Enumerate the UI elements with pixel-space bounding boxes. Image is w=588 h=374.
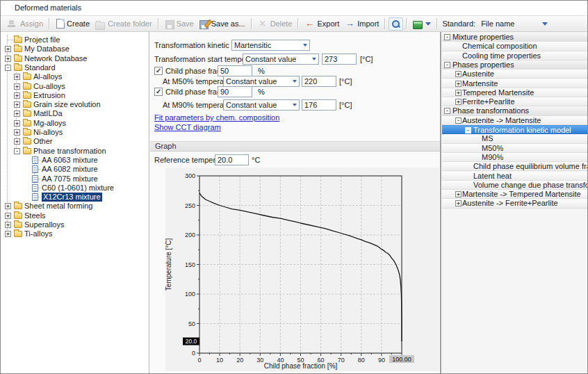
tree-item-network-database[interactable]: +Network Database: [1, 54, 149, 63]
expand-icon[interactable]: +: [455, 71, 462, 77]
collapse-icon[interactable]: -: [455, 117, 462, 124]
expand-icon[interactable]: +: [455, 99, 462, 105]
expand-icon[interactable]: +: [455, 191, 462, 197]
kinetic-model-select[interactable]: Martensitic: [231, 40, 310, 51]
property-item-phase-transformations[interactable]: -Phase transformations: [442, 106, 587, 115]
property-item-ms[interactable]: MS: [442, 134, 587, 143]
save-as-button[interactable]: Save as...: [197, 18, 248, 30]
material-box-icon-button[interactable]: [410, 18, 434, 29]
property-item-latent-heat[interactable]: Latent heat: [442, 172, 587, 181]
property-item-chemical-composition[interactable]: Chemical composition: [442, 42, 587, 51]
expand-icon[interactable]: +: [5, 203, 11, 209]
tree-item-matilda[interactable]: +MatILDa: [1, 109, 149, 118]
expand-icon[interactable]: +: [5, 222, 11, 228]
tree-item-extrusion[interactable]: +Extrusion: [1, 91, 149, 100]
expand-icon[interactable]: +: [5, 231, 11, 237]
tree-item-phase-transformation[interactable]: -Phase transformation: [1, 147, 149, 156]
m90-mode-select[interactable]: Constant value: [223, 99, 300, 111]
reference-temp-input[interactable]: [215, 154, 249, 165]
expand-icon[interactable]: +: [14, 101, 20, 108]
tree-item-aa-7075-mixture[interactable]: AA 7075 mixture: [1, 174, 149, 184]
search-button[interactable]: [389, 17, 403, 31]
create-folder-button[interactable]: Create folder: [92, 18, 155, 29]
tree-item-aa-6082-mixture[interactable]: AA 6082 mixture: [1, 165, 149, 174]
expand-icon[interactable]: +: [455, 81, 462, 87]
expand-icon[interactable]: +: [455, 90, 462, 96]
expand-icon[interactable]: +: [455, 200, 462, 206]
cpf50-unit: %: [258, 67, 265, 75]
window-title: Deformed materials: [15, 3, 81, 12]
expand-icon[interactable]: +: [14, 120, 20, 127]
tree-item-other[interactable]: +Other: [1, 137, 149, 146]
create-button[interactable]: Create: [53, 17, 92, 30]
property-item-ferrite-pearlite[interactable]: +Ferrite+Pearlite: [442, 97, 587, 106]
import-button[interactable]: →Import: [342, 17, 382, 30]
tree-item-label: Al-alloys: [33, 72, 63, 81]
fit-parameters-link[interactable]: Fit parameters by chem. composition: [154, 113, 279, 122]
property-item-label: Child phase equilibrium volume fraction: [473, 162, 587, 171]
cpf50-checkbox[interactable]: [154, 67, 163, 75]
collapse-icon[interactable]: -: [444, 62, 450, 68]
start-temp-mode-select[interactable]: Constant value: [243, 54, 319, 65]
save-button[interactable]: Save: [162, 18, 197, 30]
tree-item-ti-alloys[interactable]: +Ti-alloys: [1, 229, 149, 238]
collapse-icon[interactable]: -: [444, 34, 450, 40]
assign-button[interactable]: Assign: [5, 17, 46, 30]
tree-item-c60-1-0601-mixture[interactable]: C60 (1-0601) mixture: [1, 184, 149, 193]
property-item-volume-change-due-phase-transformation[interactable]: Volume change due phase transformation: [442, 181, 587, 190]
property-item-transformation-kinetic-model[interactable]: -Transformation kinetic model: [442, 125, 587, 134]
property-item-m50[interactable]: M50%: [442, 144, 587, 153]
start-temp-input[interactable]: [322, 54, 357, 65]
expand-icon[interactable]: +: [5, 56, 11, 62]
expand-icon[interactable]: +: [5, 213, 11, 219]
property-item-martensite-tempered-martensite[interactable]: +Martensite -> Tempered Martensite: [442, 190, 587, 199]
cpf90-checkbox[interactable]: [154, 88, 163, 96]
collapse-icon[interactable]: -: [5, 65, 11, 71]
property-item-austenite[interactable]: +Austenite: [442, 70, 587, 79]
expand-icon[interactable]: +: [14, 129, 20, 136]
export-button[interactable]: ←Export: [302, 17, 342, 30]
m90-temp-input[interactable]: [302, 99, 336, 111]
expand-icon[interactable]: +: [14, 92, 20, 99]
expand-icon[interactable]: +: [14, 74, 20, 80]
tree-item-al-alloys[interactable]: +Al-alloys: [1, 72, 149, 81]
tree-item-steels[interactable]: +Steels: [1, 211, 149, 220]
tree-item-mg-alloys[interactable]: +Mg-alloys: [1, 119, 149, 128]
expand-icon[interactable]: +: [14, 111, 20, 117]
m50-temp-input[interactable]: [302, 76, 336, 87]
property-item-austenite-martensite[interactable]: -Austenite -> Martensite: [442, 116, 587, 125]
expand-icon[interactable]: +: [5, 46, 11, 52]
show-cct-diagram-link[interactable]: Show CCT diagram: [154, 123, 221, 131]
folder-icon: [14, 46, 22, 52]
tree-item-standard[interactable]: -Standard: [1, 63, 149, 72]
delete-button[interactable]: ✕Delete: [255, 17, 295, 30]
property-item-austenite-ferrite-pearlite[interactable]: +Austenite -> Ferrite+Pearlite: [442, 199, 587, 208]
tree-item-grain-size-evolution[interactable]: +Grain size evolution: [1, 100, 149, 109]
standard-file-name-select[interactable]: File name: [478, 18, 550, 29]
expand-icon[interactable]: +: [14, 138, 20, 145]
svg-text:20.0: 20.0: [186, 338, 197, 345]
tree-item-aa-6063-mixture[interactable]: AA 6063 mixture: [1, 156, 149, 165]
property-item-tempered-martensite[interactable]: +Tempered Martensite: [442, 88, 587, 97]
property-item-phases-properties[interactable]: -Phases properties: [442, 60, 587, 70]
property-item-martensite[interactable]: +Martensite: [442, 79, 587, 88]
cpf90-input[interactable]: [218, 86, 252, 97]
cpf50-input[interactable]: [218, 65, 252, 76]
property-item-m90[interactable]: M90%: [442, 153, 587, 162]
tree-item-superalloys[interactable]: +Superalloys: [1, 220, 149, 229]
property-item-mixture-properties[interactable]: -Mixture properties: [442, 33, 587, 42]
folder-icon: [23, 83, 31, 90]
collapse-icon[interactable]: -: [465, 127, 471, 133]
tree-item-my-database[interactable]: +My Database: [1, 44, 149, 54]
m50-mode-select[interactable]: Constant value: [223, 76, 300, 87]
tree-item-project-file[interactable]: Project file: [1, 35, 149, 44]
expand-icon[interactable]: +: [14, 83, 20, 90]
property-item-child-phase-equilibrium-volume-fraction[interactable]: Child phase equilibrium volume fraction: [442, 162, 587, 171]
property-item-cooling-time-properties[interactable]: Cooling time properties: [442, 51, 587, 60]
tree-item-x12cr13-mixture[interactable]: X12Cr13 mixture: [1, 193, 149, 202]
tree-item-cu-alloys[interactable]: +Cu-alloys: [1, 82, 149, 91]
tree-item-ni-alloys[interactable]: +Ni-alloys: [1, 128, 149, 137]
collapse-icon[interactable]: -: [444, 108, 450, 114]
tree-item-sheet-metal-forming[interactable]: +Sheet metal forming: [1, 202, 149, 211]
collapse-icon[interactable]: -: [14, 148, 20, 154]
